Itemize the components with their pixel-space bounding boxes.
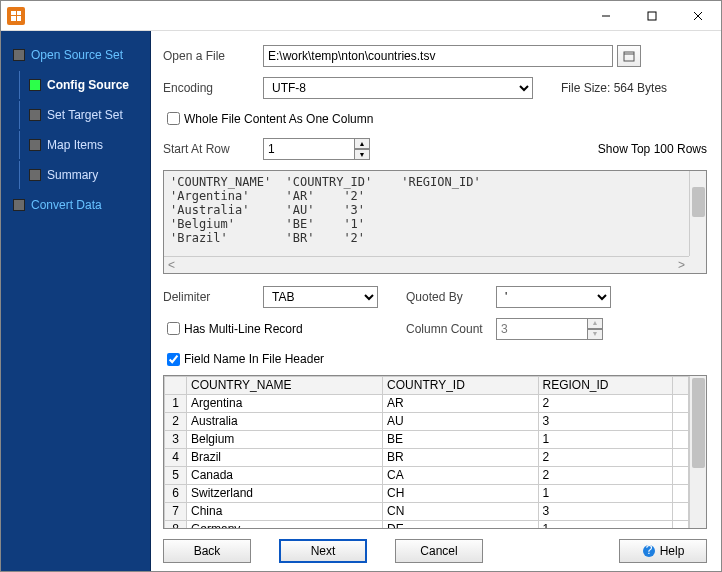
sidebar-item-map-items[interactable]: Map Items	[1, 131, 150, 159]
window-controls	[583, 1, 721, 30]
multiline-checkbox[interactable]	[167, 322, 180, 335]
table-scrollbar-vertical[interactable]	[689, 376, 706, 528]
table-row[interactable]: 2 Australia AU 3	[165, 412, 689, 430]
title-bar	[1, 1, 721, 31]
app-icon	[7, 7, 25, 25]
row-number: 7	[165, 502, 187, 520]
sidebar-item-convert-data[interactable]: Convert Data	[1, 191, 150, 219]
delimiter-select[interactable]: TAB	[263, 286, 378, 308]
cell-empty	[672, 448, 688, 466]
help-button[interactable]: ? Help	[619, 539, 707, 563]
col-header[interactable]: REGION_ID	[538, 376, 672, 394]
cell[interactable]: Germany	[187, 520, 383, 529]
field-header-checkbox[interactable]	[167, 353, 180, 366]
cell-empty	[672, 520, 688, 529]
table-row[interactable]: 7 China CN 3	[165, 502, 689, 520]
sidebar-item-summary[interactable]: Summary	[1, 161, 150, 189]
wizard-sidebar: Open Source Set Config Source Set Target…	[1, 31, 151, 571]
cell[interactable]: 1	[538, 430, 672, 448]
cell[interactable]: AU	[383, 412, 538, 430]
cell[interactable]: BE	[383, 430, 538, 448]
sidebar-item-set-target-set[interactable]: Set Target Set	[1, 101, 150, 129]
cell[interactable]: 1	[538, 484, 672, 502]
cell[interactable]: Switzerland	[187, 484, 383, 502]
close-button[interactable]	[675, 1, 721, 30]
whole-file-label: Whole File Content As One Column	[184, 112, 373, 126]
cell[interactable]: CA	[383, 466, 538, 484]
cell[interactable]: 2	[538, 448, 672, 466]
svg-rect-1	[648, 12, 656, 20]
cell[interactable]: CN	[383, 502, 538, 520]
table-row[interactable]: 6 Switzerland CH 1	[165, 484, 689, 502]
cell[interactable]: 2	[538, 394, 672, 412]
cell[interactable]: AR	[383, 394, 538, 412]
table-corner	[165, 376, 187, 394]
quoted-by-select[interactable]: '	[496, 286, 611, 308]
table-row[interactable]: 5 Canada CA 2	[165, 466, 689, 484]
start-at-row-label: Start At Row	[163, 142, 263, 156]
sidebar-item-config-source[interactable]: Config Source	[1, 71, 150, 99]
cell[interactable]: 1	[538, 520, 672, 529]
open-file-label: Open a File	[163, 49, 263, 63]
multiline-label: Has Multi-Line Record	[184, 322, 303, 336]
cell[interactable]: Canada	[187, 466, 383, 484]
minimize-button[interactable]	[583, 1, 629, 30]
help-icon: ?	[642, 544, 656, 558]
start-row-down[interactable]: ▼	[354, 149, 370, 160]
parsed-table: COUNTRY_NAME COUNTRY_ID REGION_ID 1 Arge…	[163, 375, 707, 529]
col-header-empty	[672, 376, 688, 394]
cell-empty	[672, 484, 688, 502]
quoted-by-label: Quoted By	[406, 290, 496, 304]
start-row-up[interactable]: ▲	[354, 138, 370, 149]
cell[interactable]: 2	[538, 466, 672, 484]
table-row[interactable]: 1 Argentina AR 2	[165, 394, 689, 412]
col-header[interactable]: COUNTRY_NAME	[187, 376, 383, 394]
start-row-spinner[interactable]: ▲ ▼	[263, 138, 370, 160]
col-header[interactable]: COUNTRY_ID	[383, 376, 538, 394]
cell[interactable]: 3	[538, 412, 672, 430]
encoding-label: Encoding	[163, 81, 263, 95]
browse-file-button[interactable]	[617, 45, 641, 67]
svg-rect-4	[624, 52, 634, 61]
start-row-input[interactable]	[263, 138, 355, 160]
preview-scrollbar-horizontal[interactable]: <>	[164, 256, 689, 273]
row-number: 8	[165, 520, 187, 529]
cell[interactable]: DE	[383, 520, 538, 529]
table-row[interactable]: 4 Brazil BR 2	[165, 448, 689, 466]
row-number: 4	[165, 448, 187, 466]
table-row[interactable]: 8 Germany DE 1	[165, 520, 689, 529]
cell[interactable]: China	[187, 502, 383, 520]
encoding-select[interactable]: UTF-8	[263, 77, 533, 99]
field-header-label: Field Name In File Header	[184, 352, 324, 366]
cell-empty	[672, 502, 688, 520]
cancel-button[interactable]: Cancel	[395, 539, 483, 563]
cell-empty	[672, 466, 688, 484]
cell[interactable]: Brazil	[187, 448, 383, 466]
column-count-spinner: ▲ ▼	[496, 318, 603, 340]
preview-scrollbar-vertical[interactable]	[689, 171, 706, 256]
sidebar-item-open-source-set[interactable]: Open Source Set	[1, 41, 150, 69]
maximize-button[interactable]	[629, 1, 675, 30]
delimiter-label: Delimiter	[163, 290, 263, 304]
next-button[interactable]: Next	[279, 539, 367, 563]
cell[interactable]: BR	[383, 448, 538, 466]
raw-preview-text: 'COUNTRY_NAME' 'COUNTRY_ID' 'REGION_ID' …	[164, 171, 706, 257]
column-count-input	[496, 318, 588, 340]
main-panel: Open a File Encoding UTF-8 File Size: 56…	[151, 31, 721, 571]
whole-file-checkbox[interactable]	[167, 112, 180, 125]
row-number: 6	[165, 484, 187, 502]
cell[interactable]: Australia	[187, 412, 383, 430]
cell[interactable]: Belgium	[187, 430, 383, 448]
row-number: 1	[165, 394, 187, 412]
file-path-input[interactable]	[263, 45, 613, 67]
column-count-down: ▼	[587, 329, 603, 340]
cell[interactable]: Argentina	[187, 394, 383, 412]
file-size-label: File Size: 564 Bytes	[561, 81, 667, 95]
row-number: 3	[165, 430, 187, 448]
back-button[interactable]: Back	[163, 539, 251, 563]
column-count-label: Column Count	[406, 322, 496, 336]
cell[interactable]: 3	[538, 502, 672, 520]
cell[interactable]: CH	[383, 484, 538, 502]
table-row[interactable]: 3 Belgium BE 1	[165, 430, 689, 448]
wizard-footer: Back Next Cancel ? Help	[163, 539, 707, 563]
